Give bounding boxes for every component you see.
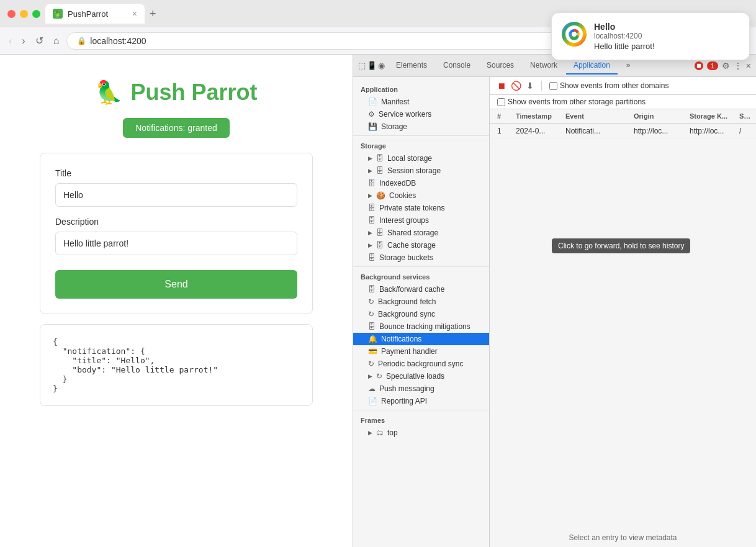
bounce-tracking-icon: 🗄 [368,322,376,331]
col-event: Event [563,112,631,120]
top-frame-expand: ▶ [368,430,372,436]
sidebar-item-cookies[interactable]: ▶ 🍪 Cookies [353,189,489,202]
sidebar-item-cache-storage[interactable]: ▶ 🗄 Cache storage [353,239,489,251]
download-button[interactable]: ⬇ [526,81,534,91]
shared-storage-label: Shared storage [387,228,438,237]
json-output: { "notification": { "title": "Hello", "b… [40,324,313,406]
storage-section-title: Storage [353,138,489,152]
devtools-overflow-icon[interactable]: ⋮ [734,61,742,71]
local-storage-label: Local storage [387,154,432,163]
show-storage-checkbox[interactable] [497,98,505,106]
periodic-bg-sync-icon: ↻ [368,359,374,368]
service-workers-label: Service workers [379,110,431,119]
notification-subtitle: localhost:4200 [594,32,739,40]
description-input[interactable] [55,232,297,255]
speculative-loads-label: Speculative loads [386,372,444,381]
show-events-checkbox-label[interactable]: Show events from other domains [549,81,668,90]
devtools-layers-icon[interactable]: ◉ [378,61,385,70]
sidebar-item-session-storage[interactable]: ▶ 🗄 Session storage [353,165,489,177]
tab-favicon: 🦜 [53,9,63,19]
page-content: 🦜 Push Parrot Notifications: granted Tit… [0,55,353,547]
speculative-loads-icon: ↻ [376,372,382,381]
send-button[interactable]: Send [55,270,297,299]
speculative-loads-expand: ▶ [368,373,372,379]
sidebar-item-bounce-tracking[interactable]: 🗄 Bounce tracking mitigations [353,320,489,333]
record-button[interactable]: ⏹ [497,81,506,91]
cache-storage-icon: 🗄 [376,241,384,250]
traffic-lights [7,10,40,18]
sidebar-item-indexeddb[interactable]: 🗄 IndexedDB [353,177,489,189]
storage-buckets-icon: 🗄 [368,253,376,262]
devtools-device-icon[interactable]: 📱 [367,61,377,70]
tab-close-button[interactable]: × [132,9,137,19]
devtools-settings-icon[interactable]: ⚙ [722,61,730,71]
tab-sources[interactable]: Sources [479,57,521,75]
sidebar-item-manifest[interactable]: 📄 Manifest [353,96,489,108]
col-se: Se... [737,112,755,120]
service-workers-icon: ⚙ [368,110,375,119]
browser-tab[interactable]: 🦜 PushParrot × [45,4,145,24]
divider-3 [353,410,489,410]
sidebar-item-storage[interactable]: 💾 Storage [353,120,489,133]
clear-button[interactable]: 🚫 [511,81,521,91]
divider-2 [353,266,489,267]
reload-button[interactable]: ↺ [33,32,46,49]
error-stop-icon[interactable]: ⏹ [695,61,703,70]
error-count-badge[interactable]: 1 [707,61,718,70]
sidebar-item-shared-storage[interactable]: ▶ 🗄 Shared storage [353,227,489,239]
sidebar-item-background-sync[interactable]: ↻ Background sync [353,308,489,320]
sidebar-item-top-frame[interactable]: ▶ 🗂 top [353,427,489,439]
sidebar-item-back-forward-cache[interactable]: 🗄 Back/forward cache [353,283,489,296]
tab-elements[interactable]: Elements [389,57,434,75]
show-events-checkbox[interactable] [549,82,557,90]
tab-title: PushParrot [68,9,127,19]
background-fetch-label: Background fetch [378,297,436,306]
new-tab-button[interactable]: + [147,5,159,23]
shared-storage-icon: 🗄 [376,228,384,237]
devtools-inspect-icon[interactable]: ⬚ [358,61,366,70]
toolbar-divider [541,81,542,91]
maximize-window-button[interactable] [32,10,40,18]
payment-handler-icon: 💳 [368,347,377,356]
forward-button[interactable]: › [19,33,27,49]
sidebar-item-periodic-bg-sync[interactable]: ↻ Periodic background sync [353,358,489,370]
sidebar-item-interest-groups[interactable]: 🗄 Interest groups [353,214,489,227]
minimize-window-button[interactable] [20,10,28,18]
top-frame-icon: 🗂 [376,428,384,437]
devtools-main-panel: ⏹ 🚫 ⬇ Show events from other domains Sho… [490,77,756,547]
storage-icon: 💾 [368,122,377,131]
sidebar-item-service-workers[interactable]: ⚙ Service workers [353,108,489,120]
tooltip: Click to go forward, hold to see history [552,238,690,253]
home-button[interactable]: ⌂ [51,33,62,49]
show-events-label: Show events from other domains [560,81,668,90]
title-field-group: Title [55,168,297,207]
sidebar-item-storage-buckets[interactable]: 🗄 Storage buckets [353,251,489,264]
table-row[interactable]: 1 2024-0... Notificati... http://loc... … [490,124,756,139]
tabs-bar: 🦜 PushParrot × + [45,4,619,24]
sidebar-item-background-fetch[interactable]: ↻ Background fetch [353,296,489,308]
sidebar-item-private-state[interactable]: 🗄 Private state tokens [353,202,489,214]
sidebar-item-local-storage[interactable]: ▶ 🗄 Local storage [353,152,489,165]
devtools-close-button[interactable]: × [746,61,751,71]
show-storage-checkbox-label[interactable]: Show events from other storage partition… [497,97,749,106]
devtools-more-actions: ⏹ 1 ⚙ ⋮ × [695,61,751,71]
sidebar-item-reporting-api[interactable]: 📄 Reporting API [353,395,489,407]
col-origin: Origin [631,112,687,120]
browser-content: 🦜 Push Parrot Notifications: granted Tit… [0,55,756,547]
tab-console[interactable]: Console [436,57,478,75]
back-forward-cache-label: Back/forward cache [379,285,444,294]
app-title: Push Parrot [130,79,257,106]
sidebar-item-notifications[interactable]: 🔔 Notifications [353,333,489,345]
sidebar-item-speculative-loads[interactable]: ▶ ↻ Speculative loads [353,370,489,382]
sidebar-item-payment-handler[interactable]: 💳 Payment handler [353,345,489,358]
description-field-group: Description [55,217,297,255]
notifications-icon: 🔔 [368,335,377,343]
back-button[interactable]: ‹ [6,33,14,49]
close-window-button[interactable] [7,10,16,18]
parrot-emoji: 🦜 [95,79,123,106]
devtools-content: Application 📄 Manifest ⚙ Service workers… [353,77,756,547]
panel-body: Click to go forward, hold to see history [490,139,756,528]
interest-groups-label: Interest groups [379,216,429,225]
sidebar-item-push-messaging[interactable]: ☁ Push messaging [353,382,489,395]
title-input[interactable] [55,183,297,207]
